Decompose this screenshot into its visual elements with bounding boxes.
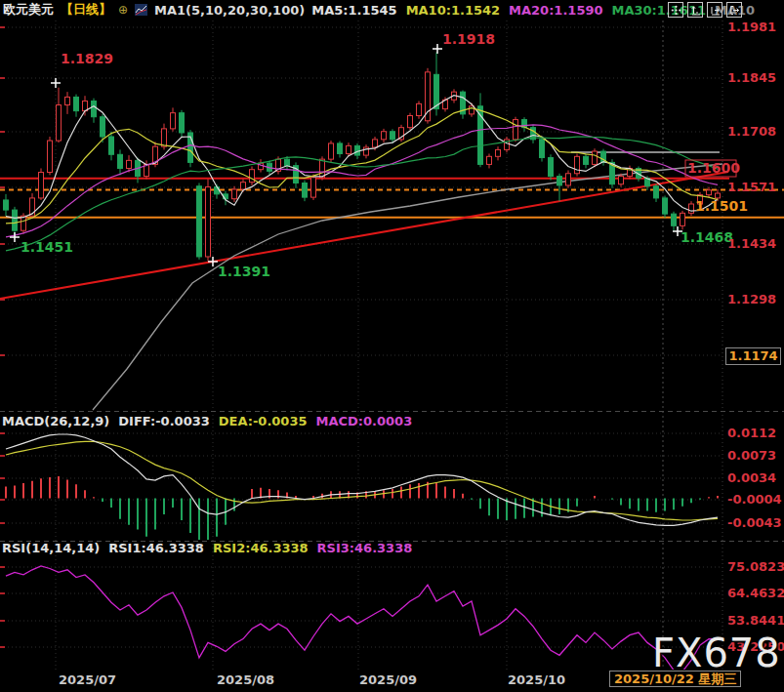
ma-legend-item: MA10:1.1542 <box>406 3 500 18</box>
header-bar: 欧元美元 【日线】 ⊕ MA1(5,10,20,30,100) MA5:1.15… <box>0 0 784 20</box>
rsi3-value: RSI3:46.3338 <box>317 541 413 555</box>
macd-tick: -0.0004 <box>727 492 782 507</box>
svg-text:1.1468: 1.1468 <box>681 229 733 245</box>
rsi-tick: 64.4632 <box>727 586 784 600</box>
macd-dea-value: DEA:-0.0035 <box>219 414 308 428</box>
month-label: 2025/09 <box>359 672 417 687</box>
svg-text:1.1829: 1.1829 <box>61 51 113 66</box>
symbol-title: 欧元美元 <box>3 1 54 19</box>
macd-tick: 0.0034 <box>727 470 776 485</box>
price-tick: 1.1298 <box>727 292 776 306</box>
rsi1-value: RSI1:46.3338 <box>108 541 204 555</box>
macd-tick: -0.0043 <box>727 515 782 530</box>
period-label[interactable]: 【日线】 <box>61 1 111 19</box>
price-tick: 1.1571 <box>727 180 776 194</box>
macd-layer <box>6 434 718 540</box>
price-tick: 1.1981 <box>727 20 776 34</box>
rsi-layer <box>6 566 718 672</box>
crosshair-price-box: 1.1174 <box>725 347 781 365</box>
month-label: 2025/07 <box>59 672 116 687</box>
rsi-tick: 53.8441 <box>727 613 784 628</box>
month-label: 2025/08 <box>217 672 274 687</box>
svg-text:1.1391: 1.1391 <box>218 264 270 279</box>
macd-header: MACD(26,12,9) DIFF:-0.0033 DEA:-0.0035 M… <box>2 414 412 428</box>
ma-legend-item: MA5:1.1545 <box>311 3 396 18</box>
macd-tick: 0.0112 <box>727 426 776 440</box>
ma100-line <box>93 164 722 410</box>
macd-title[interactable]: MACD(26,12,9) <box>2 414 109 428</box>
rsi-tick: 75.0823 <box>727 559 784 574</box>
macd-diff-line <box>6 434 718 525</box>
price-tick: 1.1845 <box>727 70 776 85</box>
svg-text:1.1918: 1.1918 <box>442 31 495 47</box>
rsi2-value: RSI2:46.3338 <box>213 541 309 555</box>
grid-layer <box>0 20 784 689</box>
macd-dea-line <box>6 441 718 520</box>
add-indicator-icon[interactable]: ⊕ <box>118 3 128 17</box>
ma-settings-label[interactable]: MA1(5,10,20,30,100) <box>154 3 305 18</box>
price-tick: 1.1434 <box>727 236 776 251</box>
restore-view-icon[interactable] <box>726 2 742 18</box>
rsi-title[interactable]: RSI(14,14,14) <box>2 541 100 555</box>
watermark: FX678 <box>652 631 781 675</box>
trading-chart-window: 1.18291.19181.14511.13911.14681.16001.15… <box>0 0 784 692</box>
macd-diff-value: DIFF:-0.0033 <box>118 414 209 428</box>
month-label: 2025/10 <box>508 672 565 687</box>
macd-tick: 0.0073 <box>727 448 776 463</box>
svg-text:1.1451: 1.1451 <box>21 239 73 255</box>
chart-toolbar <box>668 2 742 18</box>
ma-legend-item: MA20:1.1590 <box>509 3 602 18</box>
rsi-line <box>6 566 718 672</box>
chart-canvas[interactable]: 1.18291.19181.14511.13911.14681.16001.15… <box>0 0 784 692</box>
svg-text:1.1600: 1.1600 <box>687 160 740 176</box>
pan-tool-icon[interactable] <box>668 2 683 18</box>
candles-layer <box>4 53 721 262</box>
y-axis-zoom-icon[interactable] <box>687 2 703 18</box>
chart-type-icon[interactable] <box>135 4 147 16</box>
price-tick: 1.1708 <box>727 124 776 139</box>
x-axis-zoom-icon[interactable] <box>707 2 722 18</box>
macd-macd-value: MACD:0.0003 <box>316 414 413 428</box>
rsi-header: RSI(14,14,14) RSI1:46.3338 RSI2:46.3338 … <box>2 541 412 555</box>
svg-text:1.1501: 1.1501 <box>695 198 748 214</box>
